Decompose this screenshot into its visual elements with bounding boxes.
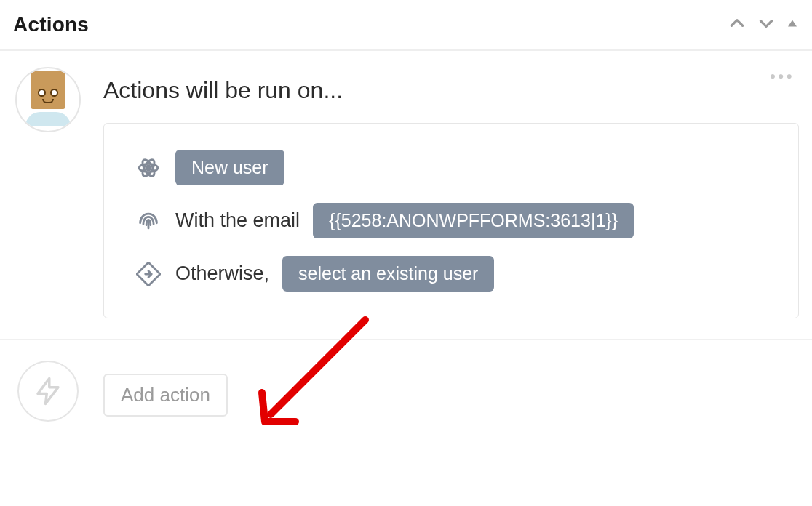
add-action-button[interactable]: Add action — [103, 374, 228, 417]
collapse-icon[interactable] — [786, 17, 799, 33]
trigger-title: Actions will be run on... — [103, 77, 799, 104]
email-label: With the email — [175, 209, 300, 232]
bolt-icon — [17, 361, 79, 422]
row-email: With the email {{5258:ANONWPFFORMS:3613|… — [135, 203, 768, 238]
trigger-section: ●●● Actions will be run on... New user — [0, 51, 812, 318]
trigger-content: ●●● Actions will be run on... New user — [103, 67, 799, 318]
panel-controls — [728, 14, 799, 36]
direction-icon — [135, 262, 162, 286]
new-user-pill[interactable]: New user — [175, 150, 284, 185]
user-avatar — [15, 67, 81, 132]
otherwise-pill[interactable]: select an existing user — [282, 256, 494, 292]
annotation-arrow-icon — [249, 313, 409, 436]
add-action-section: Add action — [0, 339, 812, 445]
otherwise-label: Otherwise, — [175, 262, 269, 285]
svg-point-1 — [146, 165, 151, 169]
panel-header: Actions — [0, 0, 812, 51]
move-down-icon[interactable] — [757, 14, 776, 36]
more-options-icon[interactable]: ●●● — [770, 70, 795, 81]
email-token-pill[interactable]: {{5258:ANONWPFFORMS:3613|1}} — [313, 203, 634, 238]
add-action-icon-col — [13, 361, 83, 422]
row-otherwise: Otherwise, select an existing user — [135, 256, 768, 292]
row-new-user: New user — [135, 150, 768, 185]
move-up-icon[interactable] — [728, 14, 747, 36]
trigger-card: New user With the email {{5258:ANONWPFFO… — [103, 123, 799, 318]
svg-marker-6 — [38, 379, 58, 404]
trigger-avatar-col — [13, 67, 83, 318]
panel-title: Actions — [13, 13, 89, 36]
atom-icon — [135, 156, 162, 180]
svg-marker-0 — [788, 20, 797, 26]
fingerprint-icon — [135, 209, 162, 233]
add-action-content: Add action — [103, 361, 799, 422]
